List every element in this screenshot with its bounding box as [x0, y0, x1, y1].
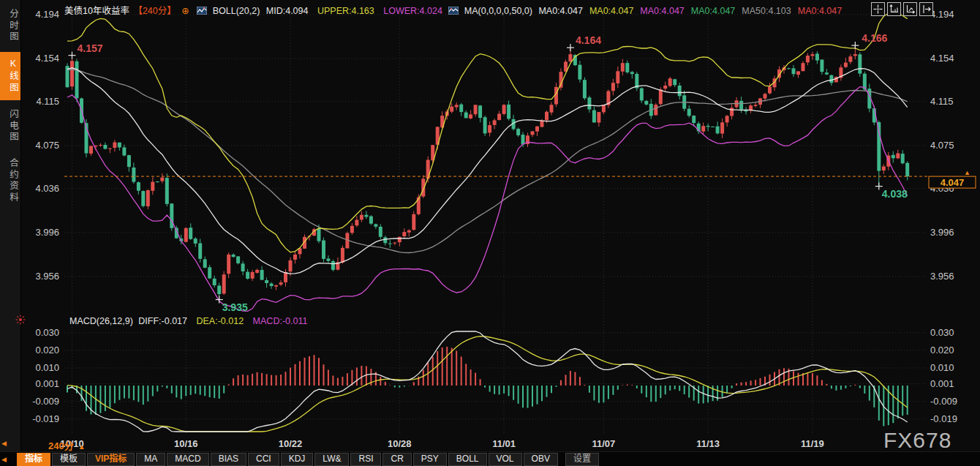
candle-body [625, 63, 629, 72]
grid-layer: 4.1944.1944.1544.1544.1154.1154.0754.075… [32, 9, 957, 449]
candle-body [255, 270, 259, 273]
candle-body [317, 228, 321, 241]
candle-body [364, 215, 368, 217]
candle-body [141, 191, 145, 206]
timeframe-label[interactable]: 240分▲ [48, 438, 86, 452]
toolbar-item-模板[interactable]: 模板 [52, 453, 86, 466]
price-axis-label-left: 4.036 [35, 183, 59, 194]
candle-body [640, 89, 644, 101]
candle-body [474, 105, 478, 114]
candle-body [184, 228, 188, 242]
toolbar-item-CR[interactable]: CR [382, 453, 411, 466]
candle-body [611, 83, 615, 91]
date-label: 11/07 [592, 438, 615, 449]
macd-dea-value: DEA:-0.012 [197, 316, 244, 326]
toolbar-item-MA[interactable]: MA [136, 453, 165, 466]
scroll-left-marker[interactable]: ◀ [1, 440, 7, 447]
candle-body [459, 105, 463, 112]
macd-axis-label-left: 0.010 [35, 362, 59, 373]
candle-body [232, 255, 235, 257]
sidebar-item-2[interactable]: K线图 [0, 52, 20, 100]
toolbar-item-指标[interactable]: 指标 [17, 453, 50, 466]
toolbar-item-LW&[interactable]: LW& [314, 453, 349, 466]
ma-indicator-icon[interactable] [448, 7, 459, 15]
candle-body [663, 86, 667, 89]
candle-body [706, 126, 710, 127]
sidebar-item-3[interactable]: 闪电图 [0, 102, 20, 150]
candle-body [550, 105, 554, 112]
collapse-panel-icon[interactable] [919, 2, 933, 16]
toolbar-item-设置[interactable]: 设置 [565, 453, 599, 466]
candle-body [829, 75, 833, 83]
price-axis-label-left: 4.075 [35, 140, 59, 151]
date-label: 11/13 [696, 438, 720, 449]
toolbar-item-BOLL[interactable]: BOLL [448, 453, 487, 466]
candle-body [711, 127, 715, 127]
candle-body [398, 237, 402, 242]
candle-body [668, 78, 672, 86]
candle-body [583, 80, 587, 98]
crosshair-icon[interactable] [871, 2, 885, 16]
sidebar-item-1[interactable]: 分时图 [0, 2, 20, 50]
extreme-price-label: 4.038 [882, 188, 908, 200]
date-label: 10/28 [388, 438, 412, 449]
candle-body [806, 56, 810, 62]
x-axis-scale-icon[interactable] [903, 2, 917, 16]
toolbar-item-CCI[interactable]: CCI [248, 453, 279, 466]
candle-body [483, 117, 487, 133]
candle-body [89, 146, 93, 154]
boll-indicator-icon[interactable] [197, 7, 207, 15]
price-axis-label-right: 3.956 [930, 271, 954, 282]
overlay-lines-layer [67, 12, 908, 311]
candle-body [355, 220, 358, 226]
candle-body [289, 260, 293, 271]
diff-line [67, 331, 908, 432]
toolbar-item-OBV[interactable]: OBV [524, 453, 558, 466]
candle-body [516, 129, 520, 135]
current-price-value: 4.047 [941, 177, 965, 188]
toolbar-item-MACD[interactable]: MACD [167, 453, 208, 466]
collapse-icon[interactable]: ⊕ [181, 6, 189, 16]
toolbar-item-BIAS[interactable]: BIAS [211, 453, 246, 466]
candle-body [725, 116, 729, 122]
candle-body [350, 226, 354, 233]
toolbar-item-PSY[interactable]: PSY [413, 453, 447, 466]
candle-body [720, 122, 724, 133]
toolbar-item-VOL[interactable]: VOL [489, 453, 522, 466]
extreme-price-label: 4.166 [862, 32, 887, 44]
sidebar-item-4[interactable]: 合约资料 [0, 151, 20, 210]
kline-chart-canvas[interactable]: 4.1944.1944.1544.1544.1154.1154.0754.075… [0, 0, 980, 466]
candle-body [825, 72, 829, 75]
ma-values: MA0:4.047MA0:4.047MA0:4.047MA0:4.047MA50… [538, 6, 848, 16]
toolbar-item-VIP指标[interactable]: VIP指标 [87, 453, 135, 466]
y-axis-scale-icon[interactable] [887, 2, 901, 16]
candle-body [630, 72, 634, 74]
macd-axis-label-right: 0.010 [930, 362, 954, 373]
candle-body [692, 116, 696, 123]
current-price-layer: ▲4.047 [64, 169, 976, 188]
candle-body [535, 127, 539, 132]
date-label: 10/22 [279, 438, 303, 449]
toolbar-left-marker[interactable]: ◀ [1, 456, 7, 463]
candle-body [189, 228, 192, 239]
boll-upper-line [67, 12, 908, 252]
ma-value-4: MA0:4.047 [691, 6, 735, 16]
macd-settings-icon[interactable] [15, 315, 26, 325]
price-axis-label-right: 4.194 [930, 9, 954, 20]
macd-axis-label-left: 0.020 [35, 345, 59, 356]
candle-body [151, 182, 154, 191]
candle-body [892, 155, 895, 159]
candle-body [507, 105, 510, 119]
candle-body [326, 259, 330, 261]
toolbar-item-RSI[interactable]: RSI [350, 453, 381, 466]
candle-body [260, 270, 264, 280]
macd-legend: MACD(26,12,9) DIFF:-0.017 DEA:-0.012 MAC… [69, 316, 314, 326]
price-axis-label-right: 4.115 [930, 96, 954, 107]
candle-body [678, 86, 682, 96]
candle-body [246, 272, 249, 279]
candle-body [844, 63, 848, 67]
candle-body [810, 54, 814, 56]
candle-body [853, 54, 857, 56]
candle-body [75, 61, 79, 99]
toolbar-item-KDJ[interactable]: KDJ [281, 453, 314, 466]
